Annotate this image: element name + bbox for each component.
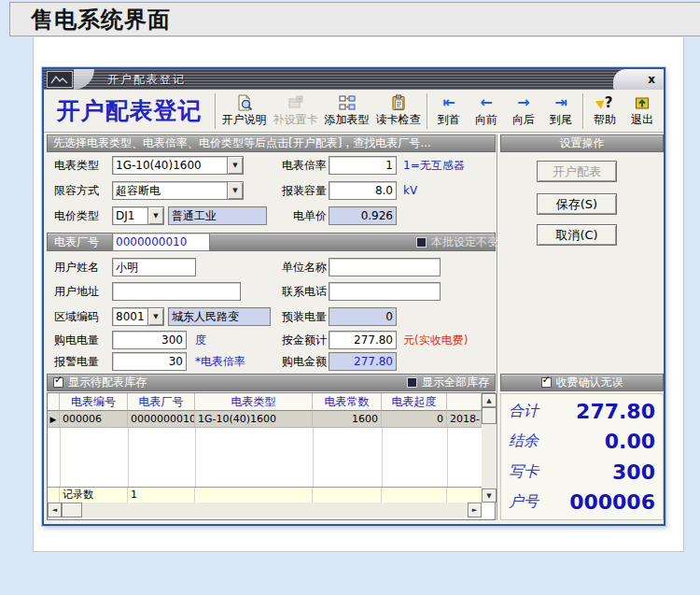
show-pending-checkbox[interactable]: ✓ 显示待配表库存 bbox=[53, 375, 147, 390]
toolbar-button-label: 退出 bbox=[631, 112, 653, 128]
app-logo-icon bbox=[47, 71, 73, 88]
first-record-icon: ⇤ bbox=[442, 93, 455, 112]
alarm-qty-label: 报警电量 bbox=[54, 352, 99, 371]
user-name-input[interactable]: 小明 bbox=[112, 258, 196, 276]
save-button[interactable]: 保存(S) bbox=[537, 193, 617, 215]
limit-mode-select[interactable]: 超容断电 ▼ bbox=[112, 181, 244, 200]
record-count-value: 1 bbox=[128, 488, 195, 503]
table-footer-row: 记录数 1 bbox=[48, 487, 482, 503]
go-first-button[interactable]: ⇤ 到首 bbox=[430, 92, 468, 131]
price-type-label: 电价类型 bbox=[54, 206, 99, 225]
user-addr-input[interactable] bbox=[112, 282, 241, 301]
go-previous-button[interactable]: ← 向前 bbox=[468, 92, 505, 131]
add-meter-type-button[interactable]: 添加表型 bbox=[321, 92, 372, 131]
fee-confirm-bar: ✓ 收费确认无误 bbox=[500, 374, 664, 391]
scroll-left-icon[interactable]: ◄ bbox=[48, 503, 62, 517]
table-header[interactable]: 电表常数 bbox=[313, 393, 382, 411]
buy-qty-input[interactable]: 300 bbox=[112, 331, 187, 349]
price-type-select[interactable]: DJ1 ▼ bbox=[112, 206, 164, 225]
help-icon: ? bbox=[597, 93, 613, 112]
table-cell-date[interactable]: 2018- bbox=[447, 411, 482, 428]
open-help-button[interactable]: 开户说明 bbox=[218, 92, 270, 131]
table-header[interactable] bbox=[447, 393, 482, 411]
vertical-scroll-thumb[interactable] bbox=[482, 407, 497, 424]
table-cell-meter-no[interactable]: 000006 bbox=[60, 411, 128, 428]
horizontal-scroll-thumb[interactable] bbox=[62, 503, 82, 517]
record-count-label: 记录数 bbox=[60, 488, 128, 503]
scroll-up-icon[interactable]: ▲ bbox=[482, 393, 497, 407]
page-header: 售电系统界面 bbox=[9, 2, 700, 36]
table-header[interactable]: 电表厂号 bbox=[128, 393, 195, 411]
phone-input[interactable] bbox=[329, 282, 441, 301]
account-no-label: 户号 bbox=[509, 492, 539, 512]
table-cell-meter-type[interactable]: 1G-10(40)1600 bbox=[195, 411, 313, 428]
meter-stock-table: 电表编号 电表厂号 电表类型 电表常数 电表起度 ▶ 000006 000000… bbox=[47, 392, 496, 520]
checkbox-icon[interactable] bbox=[407, 377, 417, 388]
toolbar-button-label: 开户说明 bbox=[222, 112, 267, 128]
open-account-button[interactable]: 开户配表 bbox=[537, 161, 617, 182]
factory-no-input[interactable]: 0000000010 bbox=[112, 233, 210, 251]
checkbox-icon[interactable] bbox=[416, 237, 427, 248]
table-cell-start-reading[interactable]: 0 bbox=[382, 411, 447, 428]
account-no-value: 000006 bbox=[569, 490, 655, 514]
show-all-checkbox[interactable]: 显示全部库存 bbox=[407, 375, 489, 390]
price-type-name-field: 普通工业 bbox=[168, 206, 267, 225]
summary-row-write-card: 写卡 300 bbox=[501, 460, 663, 484]
help-button[interactable]: ? 帮助 bbox=[586, 92, 623, 131]
table-cell-factory-no[interactable]: 0000000010 bbox=[128, 411, 195, 428]
toolbar-separator bbox=[582, 93, 583, 129]
capacity-input[interactable]: 8.0 bbox=[329, 181, 397, 200]
scroll-right-icon[interactable]: ► bbox=[468, 503, 482, 517]
checkbox-checked-icon[interactable]: ✓ bbox=[53, 377, 63, 388]
exit-button[interactable]: 退出 bbox=[623, 92, 661, 131]
toolbar-button-label: 帮助 bbox=[594, 112, 616, 128]
by-amount-input[interactable]: 277.80 bbox=[329, 331, 397, 349]
table-cell-constant[interactable]: 1600 bbox=[313, 411, 382, 428]
dropdown-arrow-icon[interactable]: ▼ bbox=[147, 207, 163, 224]
horizontal-scrollbar[interactable] bbox=[48, 503, 482, 517]
unit-price-label: 电单价 bbox=[278, 206, 327, 225]
meter-type-select[interactable]: 1G-10(40)1600 ▼ bbox=[112, 156, 244, 175]
exit-icon bbox=[634, 93, 651, 112]
table-header[interactable]: 电表编号 bbox=[60, 393, 128, 411]
fee-confirm-checkbox[interactable]: ✓ 收费确认无误 bbox=[541, 375, 623, 390]
alarm-qty-input[interactable]: 30 bbox=[112, 352, 187, 371]
org-name-input[interactable] bbox=[329, 258, 441, 276]
area-code-select[interactable]: 8001 ▼ bbox=[112, 307, 164, 326]
total-value: 277.80 bbox=[576, 400, 655, 423]
go-last-button[interactable]: ⇥ 到尾 bbox=[542, 92, 580, 131]
write-card-value: 300 bbox=[612, 460, 655, 484]
toolbar: 开户配表登记 开户说明 补设置卡 添加表型 bbox=[44, 90, 664, 133]
page-title: 售电系统界面 bbox=[10, 5, 171, 35]
area-name-field: 城东人民路变 bbox=[168, 307, 271, 326]
checkbox-checked-icon[interactable]: ✓ bbox=[541, 377, 552, 388]
cancel-button[interactable]: 取消(C) bbox=[537, 224, 617, 246]
batch-fixed-checkbox[interactable]: 本批设定不变 bbox=[416, 233, 498, 251]
supplement-card-button[interactable]: 补设置卡 bbox=[270, 92, 321, 131]
dropdown-arrow-icon[interactable]: ▼ bbox=[227, 157, 243, 174]
go-next-button[interactable]: → 向后 bbox=[505, 92, 542, 131]
toolbar-button-label: 向后 bbox=[512, 112, 535, 128]
toolbar-separator bbox=[215, 93, 216, 129]
next-record-icon: → bbox=[517, 93, 529, 112]
summary-row-balance: 结余 0.00 bbox=[501, 430, 663, 453]
panel-divider bbox=[497, 135, 498, 520]
scroll-down-icon[interactable]: ▼ bbox=[482, 489, 497, 503]
meter-ratio-input[interactable]: 1 bbox=[329, 156, 397, 175]
show-pending-label: 显示待配表库存 bbox=[68, 375, 147, 390]
dialog-window: 开户配表登记 x 开户配表登记 开户说明 补设置卡 bbox=[42, 67, 665, 526]
close-icon[interactable]: x bbox=[648, 74, 655, 85]
table-header[interactable]: 电表起度 bbox=[382, 393, 447, 411]
dropdown-arrow-icon[interactable]: ▼ bbox=[147, 308, 163, 325]
read-card-check-button[interactable]: 读卡检查 bbox=[372, 92, 424, 131]
preload-field: 0 bbox=[329, 307, 397, 326]
toolbar-brand: 开户配表登记 bbox=[47, 95, 212, 126]
table-header[interactable]: 电表类型 bbox=[195, 393, 313, 411]
row-indicator-icon: ▶ bbox=[48, 411, 60, 428]
buy-qty-label: 购电电量 bbox=[54, 331, 99, 349]
dialog-titlebar[interactable]: 开户配表登记 x bbox=[44, 69, 664, 90]
titlebar-right-cap: x bbox=[613, 69, 664, 90]
capacity-unit-hint: kV bbox=[403, 181, 417, 200]
dropdown-arrow-icon[interactable]: ▼ bbox=[227, 182, 243, 199]
batch-fixed-label: 本批设定不变 bbox=[431, 233, 498, 251]
